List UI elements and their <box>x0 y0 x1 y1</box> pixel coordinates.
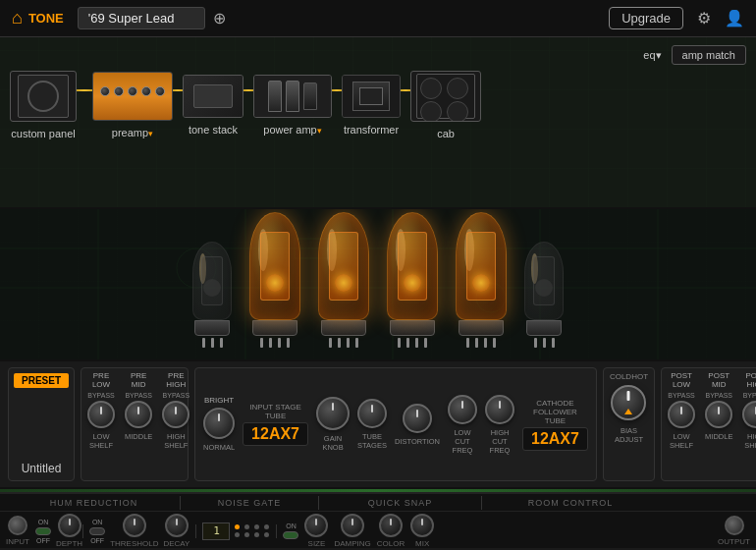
amp-controls-panel: BRIGHT NORMAL INPUT STAGE TUBE 12AX7 GAI… <box>194 367 597 481</box>
gain-knob[interactable] <box>316 397 350 430</box>
chain-item-power-amp[interactable]: power amp▾ <box>253 75 332 136</box>
user-icon[interactable]: 👤 <box>725 9 744 28</box>
signal-chain: eq▾ amp match custom panel <box>0 37 756 209</box>
snap-dot-6[interactable] <box>244 532 249 537</box>
tube-pins-1 <box>260 336 290 348</box>
output-jack[interactable] <box>725 516 744 535</box>
snap-dot-5[interactable] <box>235 532 240 537</box>
tube-dark-left <box>192 242 232 348</box>
input-jack[interactable] <box>8 516 27 535</box>
output-label: OUTPUT <box>718 537 750 547</box>
cathode-tube-selector[interactable]: 12AX7 <box>522 427 588 451</box>
bright-knob[interactable] <box>203 408 235 439</box>
chain-item-transformer[interactable]: transformer <box>342 75 401 136</box>
amp-match-button[interactable]: amp match <box>672 45 746 65</box>
cold-hot-row: COLD HOT <box>610 372 648 381</box>
cab-label: cab <box>437 128 455 139</box>
size-knob[interactable] <box>304 514 328 537</box>
high-cut-knob[interactable] <box>485 395 514 424</box>
tube-glass-dark-right <box>524 242 564 320</box>
tube-base-dark <box>194 320 230 336</box>
room-toggle-switch[interactable] <box>283 531 298 539</box>
upgrade-button[interactable]: Upgrade <box>609 7 683 29</box>
tube-pins-2 <box>329 336 358 348</box>
bias-arrow-indicator <box>624 409 632 414</box>
mix-knob[interactable] <box>410 514 434 537</box>
size-knob-group: SIZE <box>304 514 328 549</box>
tube-pins-dark-right <box>534 336 555 348</box>
snap-dot-2[interactable] <box>244 524 249 529</box>
tube-stages-knob[interactable] <box>357 399 387 428</box>
snap-display: 1 <box>202 522 230 540</box>
save-icon[interactable]: ⊕ <box>213 9 226 28</box>
decay-knob[interactable] <box>165 514 189 537</box>
ng-on-toggle: ON OFF <box>89 519 105 544</box>
low-cut-knob[interactable] <box>448 395 477 424</box>
preset-label: PRESET <box>14 373 69 388</box>
output-jack-group: OUTPUT <box>718 516 750 547</box>
damping-knob[interactable] <box>341 514 364 537</box>
room-on-toggle: ON <box>283 522 298 539</box>
post-mid-knob[interactable] <box>705 401 732 428</box>
snap-dot-7[interactable] <box>254 532 259 537</box>
pre-mid-knob[interactable] <box>125 401 152 428</box>
post-high-knob[interactable] <box>742 401 756 428</box>
threshold-knob[interactable] <box>123 514 146 537</box>
distortion-knob[interactable] <box>403 404 432 433</box>
gain-knob-group: GAIN KNOB <box>316 397 350 452</box>
tube-1 <box>249 212 300 348</box>
tube-pin <box>211 338 214 348</box>
depth-knob[interactable] <box>58 514 81 537</box>
preset-name-display[interactable]: '69 Super Lead <box>78 7 205 29</box>
pre-high-bottom: HIGH SHELF <box>162 432 189 450</box>
tube-2 <box>318 212 369 348</box>
bias-adjust-knob[interactable] <box>611 385 646 420</box>
tube-pin <box>202 338 205 348</box>
chain-item-cab[interactable]: cab <box>410 71 481 139</box>
post-low-group: POST LOW BYPASS LOW SHELF <box>668 372 695 450</box>
post-low-knob[interactable] <box>668 401 695 428</box>
pre-low-knob[interactable] <box>87 401 115 428</box>
pre-high-knob[interactable] <box>162 401 189 428</box>
depth-label: DEPTH <box>56 539 82 549</box>
cab-speaker-1 <box>420 78 442 99</box>
tube-base-1 <box>252 320 297 336</box>
room-on-label: ON <box>286 522 297 529</box>
snap-dot-3[interactable] <box>254 524 259 529</box>
pre-mid-bottom: MIDDLE <box>125 432 152 441</box>
input-tube-label: INPUT STAGE TUBE <box>243 403 308 420</box>
bottom-divider-2 <box>195 524 196 538</box>
snap-dot-4[interactable] <box>264 524 269 529</box>
tubes-row <box>192 212 564 358</box>
tube-pin <box>260 338 263 348</box>
preamp-knob-2 <box>114 86 124 96</box>
tube-base-3 <box>390 320 435 336</box>
input-tube-selector[interactable]: 12AX7 <box>243 422 308 446</box>
controls-section: PRESET Untitled PRE LOW BYPASS LOW SHELF… <box>0 361 756 489</box>
gain-knob-label: GAIN KNOB <box>316 434 350 452</box>
hum-off-label: OFF <box>36 537 50 544</box>
pre-low-bypass: BYPASS <box>87 392 115 399</box>
damping-label: DAMPING <box>334 539 370 549</box>
chain-item-preamp[interactable]: preamp▾ <box>92 72 173 138</box>
settings-icon[interactable]: ⚙ <box>697 9 711 28</box>
chain-item-custom-panel[interactable]: custom panel <box>10 71 77 139</box>
snap-dot-8[interactable] <box>264 532 269 537</box>
post-mid-group: POST MID BYPASS MIDDLE <box>705 372 732 441</box>
chain-item-tone-stack[interactable]: tone stack <box>183 75 243 136</box>
hum-toggle-switch[interactable] <box>35 527 51 535</box>
transformer-image <box>342 75 401 118</box>
tube-inner-3 <box>398 232 427 301</box>
bias-panel: COLD HOT BIAS ADJUST <box>603 367 655 481</box>
transformer-label: transformer <box>344 124 399 136</box>
tube-pin <box>398 338 401 348</box>
snap-dot-1[interactable] <box>235 524 240 529</box>
ng-toggle-switch[interactable] <box>89 527 105 535</box>
cab-speaker-3 <box>420 101 442 122</box>
home-icon[interactable]: ⌂ <box>12 8 23 28</box>
ng-on-label: ON <box>92 519 103 525</box>
eq-button[interactable]: eq▾ <box>643 49 661 62</box>
top-bar: ⌂ TONE '69 Super Lead ⊕ Upgrade ⚙ 👤 <box>0 0 756 37</box>
post-low-bottom: LOW SHELF <box>668 432 695 450</box>
color-knob[interactable] <box>379 514 403 537</box>
